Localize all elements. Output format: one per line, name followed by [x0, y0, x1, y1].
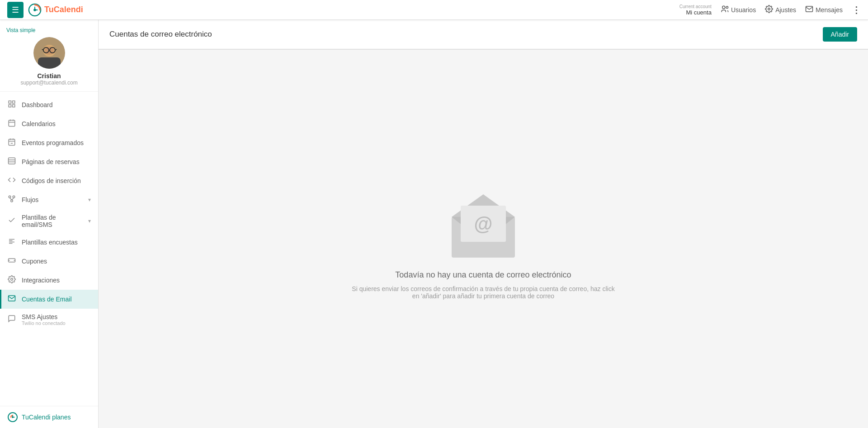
- svg-text:@: @: [474, 213, 493, 235]
- plans-icon: [7, 412, 18, 423]
- sidebar-item-plantillas[interactable]: Plantillas de email/SMS ▾: [0, 209, 98, 233]
- main-content: Cuentas de correo electrónico Añadir @: [99, 20, 868, 428]
- mail-icon: [805, 5, 813, 15]
- sidebar-item-label-codigos: Códigos de inserción: [22, 177, 91, 184]
- sidebar-item-label-dashboard: Dashboard: [22, 101, 91, 108]
- sidebar-item-label-paginas: Páginas de reservas: [22, 158, 91, 165]
- sidebar-item-label-flujos: Flujos: [22, 196, 83, 203]
- empty-description: Si quieres enviar los correos de confirm…: [348, 285, 619, 300]
- pages-icon: [7, 157, 16, 167]
- sidebar-item-encuestas[interactable]: Plantillas encuestas: [0, 233, 98, 252]
- svg-rect-19: [13, 105, 15, 107]
- plantillas-icon: [7, 216, 16, 226]
- calendar-icon: [7, 119, 16, 129]
- svg-rect-10: [38, 57, 61, 69]
- sidebar-user-profile: Vista simple Cristian support@tucalen: [0, 20, 98, 92]
- svg-point-34: [11, 200, 13, 202]
- empty-state: @ Todavía no hay una cuenta de correo el…: [99, 50, 868, 428]
- sms-icon: [7, 315, 16, 325]
- dashboard-icon: [7, 100, 16, 110]
- plans-link[interactable]: TuCalendi planes: [7, 412, 91, 423]
- top-navigation: ☰ TuCalendi Current account Mi cuenta Us…: [0, 0, 868, 20]
- svg-rect-16: [9, 101, 11, 103]
- add-button[interactable]: Añadir: [823, 27, 857, 42]
- event-icon: [7, 138, 16, 148]
- hamburger-button[interactable]: ☰: [7, 2, 24, 18]
- vista-simple-link[interactable]: Vista simple: [0, 27, 35, 33]
- sidebar-item-label-encuestas: Plantillas encuestas: [22, 239, 91, 246]
- sidebar-item-calendarios[interactable]: Calendarios: [0, 114, 98, 133]
- sidebar: Vista simple Cristian support@tucalen: [0, 20, 99, 428]
- mensajes-link[interactable]: Mensajes: [805, 5, 843, 15]
- svg-point-5: [726, 6, 728, 9]
- logo[interactable]: TuCalendi: [28, 3, 83, 17]
- more-options-button[interactable]: ⋮: [852, 5, 861, 15]
- empty-title: Todavía no hay una cuenta de correo elec…: [395, 270, 571, 280]
- sidebar-navigation: Dashboard Calendarios Eventos programado…: [0, 92, 98, 406]
- sidebar-item-label-cupones: Cupones: [22, 258, 91, 265]
- sidebar-item-label-sms: SMS Ajustes: [22, 313, 91, 320]
- sidebar-item-paginas[interactable]: Páginas de reservas: [0, 152, 98, 171]
- svg-point-33: [13, 196, 15, 198]
- sidebar-item-eventos[interactable]: Eventos programados: [0, 133, 98, 152]
- ajustes-link[interactable]: Ajustes: [765, 5, 796, 15]
- svg-line-35: [10, 198, 12, 200]
- email-account-icon: [7, 294, 16, 304]
- sidebar-item-integraciones[interactable]: Integraciones: [0, 271, 98, 290]
- top-nav-right: Current account Mi cuenta Usuarios Ajust…: [679, 4, 861, 16]
- avatar: [33, 37, 65, 69]
- svg-rect-24: [9, 139, 15, 146]
- users-icon: [721, 5, 729, 15]
- empty-email-icon: @: [443, 181, 524, 259]
- encuestas-icon: [7, 237, 16, 247]
- plans-label: TuCalendi planes: [22, 414, 71, 421]
- sidebar-bottom: TuCalendi planes: [0, 406, 98, 428]
- user-email: support@tucalendi.com: [20, 80, 77, 86]
- svg-point-6: [768, 8, 770, 10]
- svg-rect-29: [9, 158, 15, 164]
- sidebar-item-label-integraciones: Integraciones: [22, 277, 91, 284]
- integraciones-icon: [7, 275, 16, 285]
- coupon-icon: [7, 256, 16, 266]
- user-name: Cristian: [37, 72, 61, 80]
- current-account[interactable]: Current account Mi cuenta: [679, 4, 712, 16]
- svg-rect-20: [9, 120, 15, 127]
- svg-line-36: [12, 198, 14, 200]
- flujos-icon: [7, 195, 16, 205]
- logo-icon: [28, 3, 42, 17]
- sidebar-item-label-cuentasemail: Cuentas de Email: [22, 296, 91, 303]
- page-header: Cuentas de correo electrónico Añadir: [99, 20, 868, 49]
- usuarios-link[interactable]: Usuarios: [721, 5, 756, 15]
- sidebar-item-label-plantillas: Plantillas de email/SMS: [22, 214, 83, 228]
- svg-rect-18: [9, 105, 11, 107]
- page-title: Cuentas de correo electrónico: [109, 30, 212, 39]
- code-icon: [7, 176, 16, 186]
- svg-point-44: [11, 278, 13, 281]
- sidebar-item-cupones[interactable]: Cupones: [0, 252, 98, 271]
- gear-icon: [765, 5, 773, 15]
- sidebar-item-label-calendarios: Calendarios: [22, 120, 91, 127]
- main-layout: Vista simple Cristian support@tucalen: [0, 20, 868, 428]
- sidebar-item-codigos[interactable]: Códigos de inserción: [0, 171, 98, 190]
- sms-subtext: Twilio no conectado: [22, 320, 91, 326]
- svg-point-32: [9, 196, 11, 198]
- sidebar-item-sms[interactable]: SMS Ajustes Twilio no conectado: [0, 309, 98, 330]
- svg-point-4: [722, 6, 725, 9]
- logo-text: TuCalendi: [44, 5, 83, 14]
- sidebar-item-flujos[interactable]: Flujos ▾: [0, 190, 98, 209]
- sidebar-item-dashboard[interactable]: Dashboard: [0, 95, 98, 114]
- svg-rect-17: [13, 101, 15, 103]
- sidebar-item-cuentasemail[interactable]: Cuentas de Email: [0, 290, 98, 309]
- sidebar-item-label-eventos: Eventos programados: [22, 139, 91, 146]
- avatar-image: [33, 37, 65, 69]
- chevron-down-icon-plantillas: ▾: [88, 218, 91, 224]
- chevron-down-icon: ▾: [88, 197, 91, 203]
